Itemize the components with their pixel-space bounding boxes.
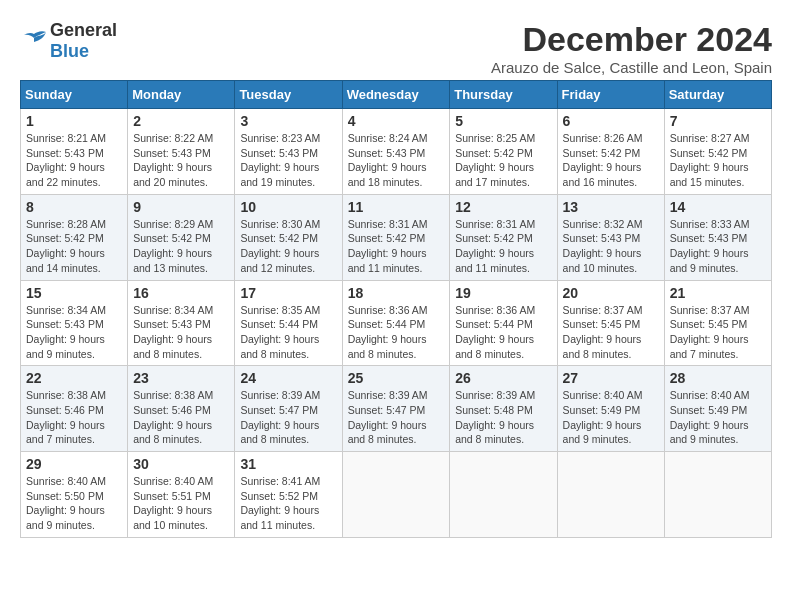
day-info: Sunrise: 8:21 AMSunset: 5:43 PMDaylight:…: [26, 132, 106, 188]
table-row: 29 Sunrise: 8:40 AMSunset: 5:50 PMDaylig…: [21, 452, 128, 538]
day-number: 29: [26, 456, 122, 472]
col-sunday: Sunday: [21, 81, 128, 109]
logo-blue: Blue: [50, 41, 89, 61]
day-info: Sunrise: 8:32 AMSunset: 5:43 PMDaylight:…: [563, 218, 643, 274]
table-row: 20 Sunrise: 8:37 AMSunset: 5:45 PMDaylig…: [557, 280, 664, 366]
day-info: Sunrise: 8:26 AMSunset: 5:42 PMDaylight:…: [563, 132, 643, 188]
day-info: Sunrise: 8:37 AMSunset: 5:45 PMDaylight:…: [563, 304, 643, 360]
day-number: 13: [563, 199, 659, 215]
day-number: 15: [26, 285, 122, 301]
table-row: 14 Sunrise: 8:33 AMSunset: 5:43 PMDaylig…: [664, 194, 771, 280]
day-info: Sunrise: 8:30 AMSunset: 5:42 PMDaylight:…: [240, 218, 320, 274]
table-row: 1 Sunrise: 8:21 AMSunset: 5:43 PMDayligh…: [21, 109, 128, 195]
col-friday: Friday: [557, 81, 664, 109]
table-row: [557, 452, 664, 538]
day-number: 22: [26, 370, 122, 386]
day-number: 23: [133, 370, 229, 386]
col-thursday: Thursday: [450, 81, 557, 109]
day-info: Sunrise: 8:36 AMSunset: 5:44 PMDaylight:…: [348, 304, 428, 360]
table-row: 22 Sunrise: 8:38 AMSunset: 5:46 PMDaylig…: [21, 366, 128, 452]
table-row: [450, 452, 557, 538]
col-tuesday: Tuesday: [235, 81, 342, 109]
table-row: 4 Sunrise: 8:24 AMSunset: 5:43 PMDayligh…: [342, 109, 450, 195]
day-number: 3: [240, 113, 336, 129]
table-row: 17 Sunrise: 8:35 AMSunset: 5:44 PMDaylig…: [235, 280, 342, 366]
day-info: Sunrise: 8:33 AMSunset: 5:43 PMDaylight:…: [670, 218, 750, 274]
day-info: Sunrise: 8:24 AMSunset: 5:43 PMDaylight:…: [348, 132, 428, 188]
day-number: 2: [133, 113, 229, 129]
day-info: Sunrise: 8:36 AMSunset: 5:44 PMDaylight:…: [455, 304, 535, 360]
table-row: 28 Sunrise: 8:40 AMSunset: 5:49 PMDaylig…: [664, 366, 771, 452]
day-info: Sunrise: 8:40 AMSunset: 5:50 PMDaylight:…: [26, 475, 106, 531]
table-row: 18 Sunrise: 8:36 AMSunset: 5:44 PMDaylig…: [342, 280, 450, 366]
table-row: 15 Sunrise: 8:34 AMSunset: 5:43 PMDaylig…: [21, 280, 128, 366]
table-row: 10 Sunrise: 8:30 AMSunset: 5:42 PMDaylig…: [235, 194, 342, 280]
table-row: 27 Sunrise: 8:40 AMSunset: 5:49 PMDaylig…: [557, 366, 664, 452]
day-number: 31: [240, 456, 336, 472]
logo: General Blue: [20, 20, 117, 62]
table-row: [342, 452, 450, 538]
table-row: 5 Sunrise: 8:25 AMSunset: 5:42 PMDayligh…: [450, 109, 557, 195]
month-title: December 2024: [491, 20, 772, 59]
day-info: Sunrise: 8:39 AMSunset: 5:48 PMDaylight:…: [455, 389, 535, 445]
table-row: 12 Sunrise: 8:31 AMSunset: 5:42 PMDaylig…: [450, 194, 557, 280]
table-row: 13 Sunrise: 8:32 AMSunset: 5:43 PMDaylig…: [557, 194, 664, 280]
day-info: Sunrise: 8:23 AMSunset: 5:43 PMDaylight:…: [240, 132, 320, 188]
day-info: Sunrise: 8:40 AMSunset: 5:49 PMDaylight:…: [563, 389, 643, 445]
day-info: Sunrise: 8:35 AMSunset: 5:44 PMDaylight:…: [240, 304, 320, 360]
day-number: 16: [133, 285, 229, 301]
day-info: Sunrise: 8:37 AMSunset: 5:45 PMDaylight:…: [670, 304, 750, 360]
table-row: 21 Sunrise: 8:37 AMSunset: 5:45 PMDaylig…: [664, 280, 771, 366]
day-number: 24: [240, 370, 336, 386]
day-info: Sunrise: 8:34 AMSunset: 5:43 PMDaylight:…: [133, 304, 213, 360]
calendar: Sunday Monday Tuesday Wednesday Thursday…: [20, 80, 772, 538]
table-row: [664, 452, 771, 538]
table-row: 26 Sunrise: 8:39 AMSunset: 5:48 PMDaylig…: [450, 366, 557, 452]
day-number: 1: [26, 113, 122, 129]
table-row: 30 Sunrise: 8:40 AMSunset: 5:51 PMDaylig…: [128, 452, 235, 538]
day-number: 8: [26, 199, 122, 215]
day-number: 6: [563, 113, 659, 129]
table-row: 31 Sunrise: 8:41 AMSunset: 5:52 PMDaylig…: [235, 452, 342, 538]
col-saturday: Saturday: [664, 81, 771, 109]
day-info: Sunrise: 8:27 AMSunset: 5:42 PMDaylight:…: [670, 132, 750, 188]
location-title: Arauzo de Salce, Castille and Leon, Spai…: [491, 59, 772, 76]
day-number: 4: [348, 113, 445, 129]
day-number: 19: [455, 285, 551, 301]
day-info: Sunrise: 8:28 AMSunset: 5:42 PMDaylight:…: [26, 218, 106, 274]
day-info: Sunrise: 8:22 AMSunset: 5:43 PMDaylight:…: [133, 132, 213, 188]
table-row: 8 Sunrise: 8:28 AMSunset: 5:42 PMDayligh…: [21, 194, 128, 280]
day-number: 7: [670, 113, 766, 129]
day-info: Sunrise: 8:38 AMSunset: 5:46 PMDaylight:…: [26, 389, 106, 445]
table-row: 19 Sunrise: 8:36 AMSunset: 5:44 PMDaylig…: [450, 280, 557, 366]
day-number: 27: [563, 370, 659, 386]
day-number: 26: [455, 370, 551, 386]
table-row: 23 Sunrise: 8:38 AMSunset: 5:46 PMDaylig…: [128, 366, 235, 452]
day-info: Sunrise: 8:34 AMSunset: 5:43 PMDaylight:…: [26, 304, 106, 360]
day-number: 25: [348, 370, 445, 386]
day-info: Sunrise: 8:25 AMSunset: 5:42 PMDaylight:…: [455, 132, 535, 188]
table-row: 25 Sunrise: 8:39 AMSunset: 5:47 PMDaylig…: [342, 366, 450, 452]
day-number: 10: [240, 199, 336, 215]
table-row: 24 Sunrise: 8:39 AMSunset: 5:47 PMDaylig…: [235, 366, 342, 452]
day-number: 9: [133, 199, 229, 215]
day-number: 18: [348, 285, 445, 301]
day-info: Sunrise: 8:29 AMSunset: 5:42 PMDaylight:…: [133, 218, 213, 274]
title-area: December 2024 Arauzo de Salce, Castille …: [491, 20, 772, 76]
logo-general: General: [50, 20, 117, 40]
day-info: Sunrise: 8:41 AMSunset: 5:52 PMDaylight:…: [240, 475, 320, 531]
day-info: Sunrise: 8:31 AMSunset: 5:42 PMDaylight:…: [455, 218, 535, 274]
table-row: 16 Sunrise: 8:34 AMSunset: 5:43 PMDaylig…: [128, 280, 235, 366]
day-info: Sunrise: 8:39 AMSunset: 5:47 PMDaylight:…: [240, 389, 320, 445]
table-row: 9 Sunrise: 8:29 AMSunset: 5:42 PMDayligh…: [128, 194, 235, 280]
table-row: 11 Sunrise: 8:31 AMSunset: 5:42 PMDaylig…: [342, 194, 450, 280]
day-info: Sunrise: 8:39 AMSunset: 5:47 PMDaylight:…: [348, 389, 428, 445]
table-row: 6 Sunrise: 8:26 AMSunset: 5:42 PMDayligh…: [557, 109, 664, 195]
day-number: 14: [670, 199, 766, 215]
logo-icon: [20, 30, 48, 52]
day-info: Sunrise: 8:40 AMSunset: 5:49 PMDaylight:…: [670, 389, 750, 445]
day-number: 5: [455, 113, 551, 129]
day-number: 20: [563, 285, 659, 301]
table-row: 7 Sunrise: 8:27 AMSunset: 5:42 PMDayligh…: [664, 109, 771, 195]
day-number: 12: [455, 199, 551, 215]
